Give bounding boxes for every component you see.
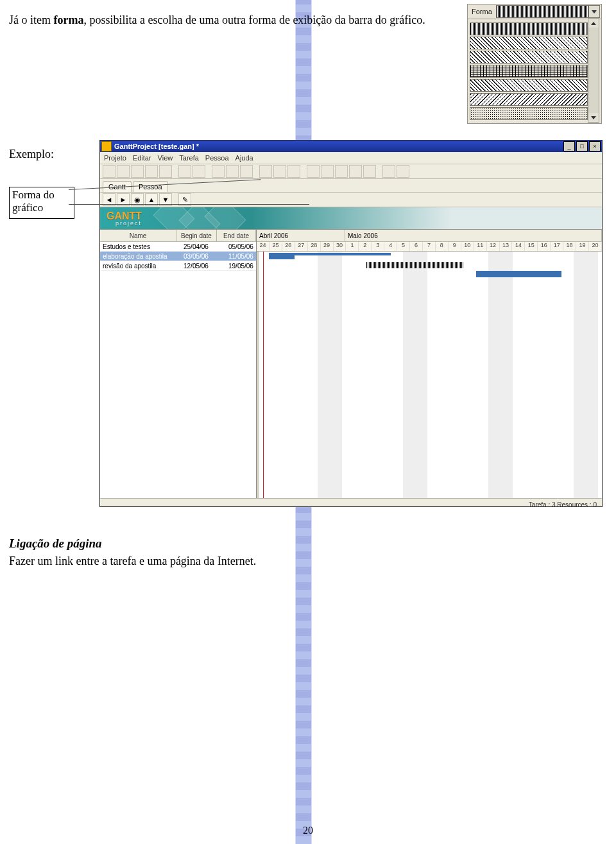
task-table: Name Begin date End date Estudos e teste…	[100, 230, 257, 498]
day-cell: 9	[449, 242, 461, 251]
status-bar: Tarefa : 3 Resources : 0	[100, 498, 602, 507]
toolbar-save-icon[interactable]	[131, 165, 144, 178]
table-row[interactable]: elaboração da apostila 03/05/06 11/05/06	[100, 252, 256, 261]
day-cell: 1	[346, 242, 359, 251]
table-header-row: Name Begin date End date	[100, 230, 256, 242]
pattern-option-crosshatch[interactable]	[470, 37, 588, 49]
pattern-option-diag-right[interactable]	[470, 79, 588, 92]
toolbar-zoomout-icon[interactable]	[363, 165, 376, 178]
toolbar-deltask-icon[interactable]	[273, 165, 286, 178]
menu-tarefa[interactable]: Tarefa	[179, 154, 199, 162]
scroll-up-icon[interactable]	[588, 19, 599, 28]
day-cell: 7	[423, 242, 436, 251]
day-cell: 26	[282, 242, 295, 251]
logo-top: GANTT	[107, 211, 142, 221]
table-row[interactable]: Estudos e testes 25/04/06 05/05/06	[100, 242, 256, 252]
day-cell: 19	[576, 242, 589, 251]
toolbar-paste-icon[interactable]	[240, 165, 253, 178]
page-number: 20	[0, 825, 616, 836]
day-cell: 2	[359, 242, 372, 251]
weekend-shade	[488, 252, 513, 498]
gantt-bar-task1[interactable]	[269, 253, 295, 259]
gantt-bar-task3[interactable]	[476, 271, 561, 277]
forma-combo-row: Forma	[467, 4, 602, 19]
pattern-option-diag-left[interactable]	[470, 93, 588, 106]
day-cell: 14	[512, 242, 525, 251]
toolbar-preview-icon[interactable]	[193, 165, 205, 178]
day-cell: 28	[308, 242, 321, 251]
toolbar-open-icon[interactable]	[117, 165, 130, 178]
toolbar-newtask-icon[interactable]	[259, 165, 272, 178]
col-end[interactable]: End date	[217, 230, 256, 241]
gantt-logo: GANTT project	[100, 211, 142, 227]
cell-end: 19/05/06	[226, 263, 256, 270]
gantt-body[interactable]	[257, 252, 602, 498]
pattern-option-vertical-lines[interactable]	[470, 22, 588, 35]
gantt-banner: GANTT project	[100, 207, 602, 230]
toolbar-zoomin-icon[interactable]	[349, 165, 362, 178]
toolbar-new-icon[interactable]	[103, 165, 116, 178]
day-cell: 3	[372, 242, 384, 251]
menu-ajuda[interactable]: Ajuda	[235, 154, 253, 162]
day-cell: 24	[257, 242, 270, 251]
toolbar-indent-icon[interactable]	[307, 165, 320, 178]
day-cell: 6	[410, 242, 423, 251]
menu-view[interactable]: View	[158, 154, 173, 162]
toolbar-link-icon[interactable]	[335, 165, 348, 178]
close-button[interactable]: ×	[589, 141, 601, 151]
menu-editar[interactable]: Editar	[133, 154, 151, 162]
col-name[interactable]: Name	[100, 230, 176, 241]
intro-bold: forma	[54, 13, 84, 26]
pattern-option-grid[interactable]	[470, 51, 588, 64]
cell-begin: 03/05/06	[181, 253, 226, 260]
ganttproject-window: GanttProject [teste.gan] * _ □ × Projeto…	[99, 140, 603, 507]
weekend-shade	[403, 252, 427, 498]
cell-name: Estudos e testes	[100, 243, 181, 250]
menu-projeto[interactable]: Projeto	[104, 154, 126, 162]
toolbar-taskprop-icon[interactable]	[287, 165, 300, 178]
toolbar-outdent-icon[interactable]	[321, 165, 334, 178]
toolbar-copy-icon[interactable]	[226, 165, 239, 178]
day-cell: 11	[474, 242, 487, 251]
toolbar-redo-icon[interactable]	[397, 165, 409, 178]
month-abril: Abril 2006	[257, 230, 345, 241]
maximize-button[interactable]: □	[576, 141, 588, 151]
gantt-bar-task2[interactable]	[366, 262, 464, 268]
forma-combo[interactable]	[496, 5, 600, 18]
toolbar-import-icon[interactable]	[145, 165, 158, 178]
day-cell: 13	[500, 242, 513, 251]
forma-dropdown-arrow[interactable]	[588, 6, 599, 17]
toolbar-undo-icon[interactable]	[382, 165, 395, 178]
minimize-button[interactable]: _	[563, 141, 575, 151]
forma-options-list	[467, 19, 602, 124]
day-cell: 16	[538, 242, 551, 251]
section-text: Fazer um link entre a tarefa e uma págin…	[9, 555, 601, 568]
menu-pessoa[interactable]: Pessoa	[205, 154, 229, 162]
status-text: Tarefa : 3 Resources : 0	[529, 501, 602, 508]
pattern-option-dots[interactable]	[470, 107, 588, 120]
day-cell: 5	[397, 242, 410, 251]
toolbar-cut-icon[interactable]	[212, 165, 225, 178]
toolbar-export-icon[interactable]	[159, 165, 172, 178]
scroll-down-icon[interactable]	[588, 113, 599, 122]
forma-scrollbar[interactable]	[588, 18, 599, 123]
day-cell: 12	[487, 242, 500, 251]
scroll-track[interactable]	[588, 28, 599, 113]
app-icon	[101, 141, 112, 151]
table-row[interactable]: revisão da apostila 12/05/06 19/05/06	[100, 261, 256, 271]
day-cell: 25	[270, 242, 282, 251]
cell-name: elaboração da apostila	[100, 253, 181, 260]
toolbar-print-icon[interactable]	[178, 165, 191, 178]
window-titlebar[interactable]: GanttProject [teste.gan] * _ □ ×	[100, 141, 602, 152]
forma-pattern-picker: Forma	[467, 4, 602, 124]
col-begin[interactable]: Begin date	[176, 230, 217, 241]
callout-leader-1	[69, 204, 309, 205]
day-cell: 17	[551, 242, 563, 251]
day-header: 24 25 26 27 28 29 30 1 2 3 4 5 6 7 8 9 1	[257, 242, 602, 252]
intro-pre: Já o item	[9, 13, 54, 26]
content-area: Name Begin date End date Estudos e teste…	[100, 230, 602, 498]
cell-begin: 12/05/06	[181, 263, 226, 270]
day-cell: 10	[461, 242, 474, 251]
weekend-shade	[574, 252, 598, 498]
pattern-option-dashed[interactable]	[470, 65, 588, 78]
